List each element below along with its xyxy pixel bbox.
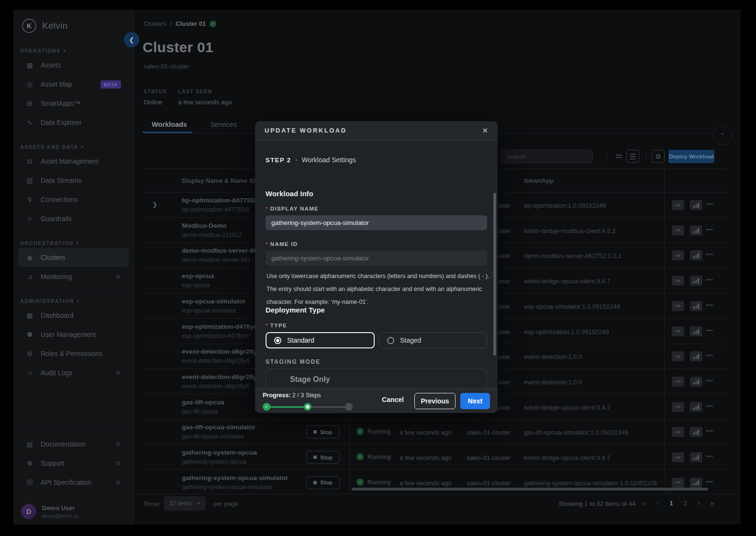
next-button[interactable]: Next: [460, 393, 490, 409]
sidebar-item-monitoring[interactable]: ⊿Monitoring⧉: [13, 267, 133, 286]
more-actions-icon[interactable]: •••: [706, 378, 713, 383]
sidebar-item-assets[interactable]: ▦Assets: [13, 56, 133, 75]
code-icon[interactable]: <>: [672, 276, 684, 286]
stop-button[interactable]: Stop: [306, 476, 340, 489]
view-compact-toggle[interactable]: [626, 150, 639, 163]
sidebar-item-data-streams[interactable]: ▥Data Streams: [13, 171, 133, 190]
chart-icon[interactable]: [690, 225, 702, 235]
page-button-1[interactable]: 1: [669, 500, 673, 507]
table-row[interactable]: gas-lift-opcua-simulatorgas-lift-opcua-s…: [144, 419, 727, 445]
table-settings-gear-icon[interactable]: ⚙: [652, 150, 665, 163]
type-option-staged[interactable]: Staged: [379, 332, 487, 348]
more-actions-icon[interactable]: •••: [706, 479, 713, 484]
items-per-page-select[interactable]: 32 items▼: [164, 496, 206, 511]
name-id-help-text: Use only lowercase alphanumeric characte…: [267, 270, 489, 309]
horizontal-scrollbar[interactable]: [352, 488, 708, 491]
code-icon[interactable]: <>: [672, 478, 684, 488]
chart-icon[interactable]: [690, 351, 702, 361]
page-button-2[interactable]: 2: [684, 500, 687, 507]
stage-only-option[interactable]: Stage Only The cloud notifies the edge o…: [266, 368, 487, 388]
type-label: *TYPE: [266, 323, 287, 328]
sidebar-item-asset-management[interactable]: ⧉Asset Management: [13, 152, 133, 171]
sidebar-item-api-specification[interactable]: ⦿API Specification⧉: [13, 473, 133, 492]
more-actions-icon[interactable]: •••: [706, 403, 713, 409]
close-icon[interactable]: ✕: [482, 126, 488, 135]
footer-divider: [134, 494, 741, 494]
code-icon[interactable]: <>: [672, 427, 684, 437]
type-option-standard[interactable]: Standard: [266, 332, 375, 348]
sidebar-item-dashboard[interactable]: ▦Dashboard: [13, 306, 133, 325]
more-actions-icon[interactable]: •••: [706, 252, 713, 257]
search-input[interactable]: [501, 150, 593, 163]
more-actions-icon[interactable]: •••: [706, 328, 713, 333]
sidebar-item-asset-map[interactable]: ◎Asset MapBETA: [13, 75, 133, 94]
more-actions-icon[interactable]: •••: [706, 302, 713, 308]
breadcrumb-clusters[interactable]: Clusters: [144, 20, 167, 27]
chart-icon[interactable]: [690, 402, 702, 412]
sidebar-item-user-management[interactable]: ⚉User Management: [13, 325, 133, 344]
more-actions-icon[interactable]: •••: [706, 201, 713, 207]
chart-icon[interactable]: [690, 377, 702, 387]
chart-icon[interactable]: [690, 200, 702, 210]
sidebar-section-label[interactable]: ADMINISTRATION▾: [13, 296, 133, 306]
sidebar-section-label[interactable]: ASSETS AND DATA▾: [13, 142, 133, 152]
code-icon[interactable]: <>: [672, 301, 684, 311]
cancel-button[interactable]: Cancel: [382, 396, 404, 403]
column-header-name[interactable]: Display Name & Name ID↓↑: [182, 177, 262, 184]
chart-icon[interactable]: [690, 276, 702, 286]
chart-icon[interactable]: [690, 250, 702, 260]
more-actions-icon[interactable]: •••: [706, 428, 713, 434]
more-actions-icon[interactable]: •••: [706, 227, 713, 232]
sidebar-item-audit-logs[interactable]: ‹›Audit Logs⧉: [13, 363, 133, 382]
stop-button[interactable]: Stop: [306, 451, 340, 464]
code-icon[interactable]: <>: [672, 377, 684, 387]
chart-icon[interactable]: [690, 326, 702, 336]
sidebar-item-data-explorer[interactable]: ∿Data Explorer: [13, 113, 133, 132]
more-actions-icon[interactable]: •••: [706, 454, 713, 459]
sidebar-item-guardrails[interactable]: ⌗Guardrails: [13, 209, 133, 228]
first-page-button[interactable]: «: [643, 499, 646, 507]
chart-icon[interactable]: [690, 427, 702, 437]
section-workload-info: Workload Info: [266, 190, 313, 198]
code-icon[interactable]: <>: [672, 225, 684, 235]
sidebar-section-label[interactable]: OPERATIONS▾: [13, 46, 133, 56]
last-page-button[interactable]: »: [711, 499, 714, 507]
user-menu[interactable]: D Demo User demo@kelvin.ai: [13, 498, 133, 525]
sidebar-collapse-button[interactable]: ❮: [124, 32, 139, 47]
previous-page-button[interactable]: ‹: [657, 499, 659, 507]
sidebar-item-support[interactable]: ☸Support⧉: [13, 454, 133, 473]
section-collapse-button[interactable]: ⌃: [713, 126, 732, 145]
connections-icon: ↯: [25, 196, 34, 203]
sidebar-item-documentation[interactable]: ▤Documentation⧉: [13, 435, 133, 454]
tab-services[interactable]: Services: [202, 121, 245, 133]
chart-icon[interactable]: [690, 301, 702, 311]
app-window: K Kelvin˙ OPERATIONS▾▦Assets◎Asset MapBE…: [13, 10, 741, 525]
chart-icon[interactable]: [690, 478, 702, 488]
code-icon[interactable]: <>: [672, 351, 684, 361]
more-actions-icon[interactable]: •••: [706, 277, 713, 282]
user-email: demo@kelvin.ai: [42, 513, 78, 519]
sidebar-item-connections[interactable]: ↯Connections: [13, 190, 133, 209]
modal-footer: Progress: 2 / 3 Steps ✓ Cancel Previous …: [255, 388, 498, 413]
view-comfortable-toggle[interactable]: [612, 150, 625, 163]
code-icon[interactable]: <>: [672, 200, 684, 210]
deploy-workload-button[interactable]: Deploy Workload: [668, 150, 714, 163]
code-icon[interactable]: <>: [672, 326, 684, 336]
stop-button[interactable]: Stop: [306, 425, 340, 438]
sidebar-section-label[interactable]: ORCHESTRATION▾: [13, 238, 133, 248]
code-icon[interactable]: <>: [672, 250, 684, 260]
sidebar-item-label: Dashboard: [41, 312, 74, 319]
previous-button[interactable]: Previous: [414, 393, 456, 409]
sidebar-item-roles-permissions[interactable]: ⚙Roles & Permissions: [13, 344, 133, 363]
modal-scrollbar[interactable]: [493, 193, 496, 356]
next-page-button[interactable]: ›: [698, 499, 700, 507]
display-name-input[interactable]: [266, 215, 487, 230]
more-actions-icon[interactable]: •••: [706, 353, 713, 358]
row-expander-icon[interactable]: ❯: [152, 201, 157, 208]
code-icon[interactable]: <>: [672, 452, 684, 462]
code-icon[interactable]: <>: [672, 402, 684, 412]
table-row[interactable]: gathering-system-opcuagathering-system-o…: [144, 445, 727, 470]
chart-icon[interactable]: [690, 452, 702, 462]
sidebar-item-clusters[interactable]: ◉Clusters: [18, 248, 129, 267]
sidebar-item-smartapps[interactable]: ⊞SmartApps™: [13, 94, 133, 113]
